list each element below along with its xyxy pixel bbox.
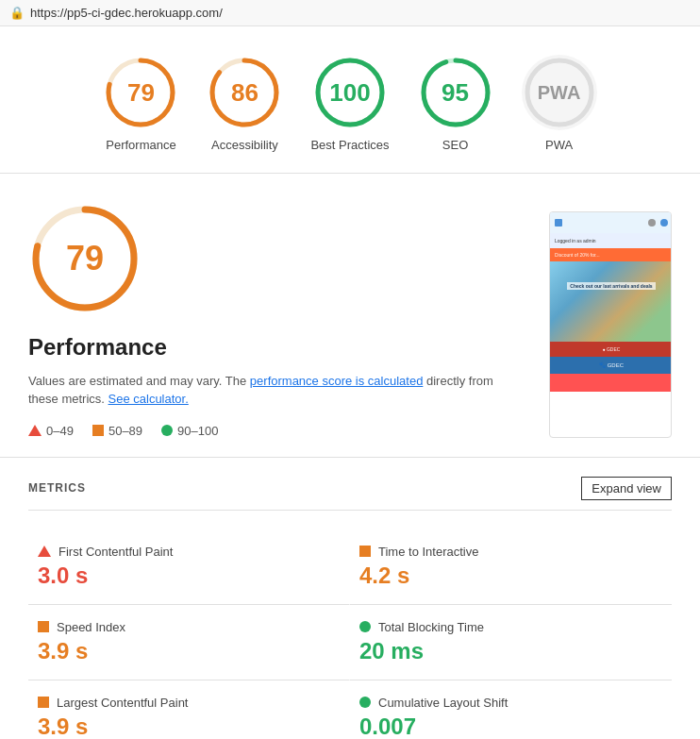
metric-name-cls: Cumulative Layout Shift: [378, 696, 508, 710]
ring-svg-best-practices: [312, 55, 388, 130]
metric-item-lcp: Largest Contentful Paint 3.9 s: [28, 680, 350, 739]
metric-item-cls: Cumulative Layout Shift 0.007: [350, 680, 672, 739]
metric-icon-cls: [359, 697, 371, 708]
score-item-performance[interactable]: 79 Performance: [103, 55, 178, 154]
svg-point-5: [318, 60, 382, 125]
score-circle-performance: 79: [103, 55, 178, 130]
metric-icon-si: [38, 621, 49, 632]
preview-cart-icon: [660, 219, 668, 227]
metric-name-tti: Time to Interactive: [378, 545, 478, 559]
metric-item-si: Speed Index 3.9 s: [28, 605, 350, 680]
preview-red-text: ● GDEC: [603, 346, 621, 352]
metric-value-lcp: 3.9 s: [38, 714, 340, 739]
preview-menu-icon: [555, 219, 562, 227]
preview-red-bar: ● GDEC: [550, 342, 672, 357]
perf-title: Performance: [28, 334, 511, 361]
legend-dot-icon: [161, 425, 173, 436]
metric-value-si: 3.9 s: [38, 638, 340, 664]
metrics-section: METRICS Expand view First Contentful Pai…: [0, 458, 700, 739]
url-text: https://pp5-ci-gdec.herokuapp.com/: [30, 6, 223, 20]
perf-circle-large: 79: [28, 202, 142, 315]
metric-name-tbt: Total Blocking Time: [378, 620, 484, 634]
preview-user-icon: [648, 219, 656, 227]
perf-details: 79 Performance Values are estimated and …: [28, 202, 511, 438]
legend-triangle-icon: [28, 425, 42, 436]
svg-point-7: [424, 60, 488, 125]
perf-description: Values are estimated and may vary. The p…: [28, 372, 511, 409]
lock-icon: 🔒: [9, 6, 25, 20]
legend-item-pass: 90–100: [161, 424, 218, 438]
score-circle-accessibility: 86: [207, 55, 282, 130]
metric-value-tti: 4.2 s: [359, 563, 662, 589]
metric-header-fcp: First Contentful Paint: [38, 545, 340, 559]
address-bar: 🔒 https://pp5-ci-gdec.herokuapp.com/: [0, 0, 700, 26]
metric-item-fcp: First Contentful Paint 3.0 s: [28, 529, 350, 605]
preview-discount-bar: Discount of 20% for...: [550, 248, 672, 261]
score-circle-pwa: PWA: [522, 55, 597, 130]
metric-name-lcp: Largest Contentful Paint: [57, 696, 188, 710]
metric-name-fcp: First Contentful Paint: [58, 545, 173, 559]
preview-overlay-text: Check out our last arrivals and deals: [555, 276, 668, 291]
score-circle-seo: 95: [418, 55, 493, 130]
preview-blue-bar: 🐾 GDEC: [550, 357, 672, 374]
score-label-seo: SEO: [442, 138, 468, 154]
metric-header-lcp: Largest Contentful Paint: [38, 696, 340, 710]
preview-discount-text: Discount of 20% for...: [555, 252, 600, 258]
perf-link-2[interactable]: See calculator.: [108, 392, 189, 406]
ring-svg-accessibility: [207, 55, 282, 130]
preview-screenshot: Logged in as admin Discount of 20% for..…: [549, 211, 672, 438]
legend-square-icon: [92, 425, 104, 436]
score-item-seo[interactable]: 95 SEO: [418, 55, 493, 154]
ring-svg-seo: [418, 55, 493, 130]
legend-range-3: 90–100: [177, 424, 218, 438]
preview-nav-bar: [550, 212, 672, 233]
scores-section: 79 Performance 86 Accessibility 100 Best…: [0, 26, 700, 174]
metric-icon-fcp: [38, 546, 51, 557]
metric-header-tti: Time to Interactive: [359, 545, 662, 559]
legend-range-1: 0–49: [46, 424, 74, 438]
metric-item-tti: Time to Interactive 4.2 s: [350, 529, 672, 605]
svg-point-8: [527, 60, 592, 125]
metric-header-tbt: Total Blocking Time: [359, 620, 662, 634]
preview-image: Logged in as admin Discount of 20% for..…: [550, 212, 672, 392]
score-item-pwa[interactable]: PWA PWA: [522, 55, 597, 154]
score-item-accessibility[interactable]: 86 Accessibility: [207, 55, 282, 154]
perf-desc-text: Values are estimated and may vary. The: [28, 374, 250, 388]
metric-header-cls: Cumulative Layout Shift: [359, 696, 662, 710]
score-item-best-practices[interactable]: 100 Best Practices: [310, 55, 389, 154]
metric-value-tbt: 20 ms: [359, 638, 662, 664]
metric-header-si: Speed Index: [38, 620, 340, 634]
preview-admin-text: Logged in as admin: [555, 238, 596, 244]
metric-icon-lcp: [38, 697, 49, 708]
legend-item-fail: 0–49: [28, 424, 74, 438]
score-circle-best-practices: 100: [312, 55, 388, 130]
large-ring-svg: [28, 202, 142, 315]
score-label-accessibility: Accessibility: [211, 138, 278, 154]
legend-item-average: 50–89: [92, 424, 142, 438]
metrics-grid: First Contentful Paint 3.0 s Time to Int…: [28, 529, 672, 739]
preview-gdec-text: 🐾 GDEC: [599, 361, 624, 368]
preview-map-area: Check out our last arrivals and deals: [550, 261, 672, 342]
score-label-best-practices: Best Practices: [310, 138, 389, 154]
score-label-performance: Performance: [106, 138, 175, 154]
legend-range-2: 50–89: [108, 424, 142, 438]
metric-name-si: Speed Index: [57, 620, 125, 634]
metric-icon-tbt: [359, 621, 371, 632]
metric-icon-tti: [359, 546, 371, 557]
metrics-header: METRICS Expand view: [28, 477, 672, 511]
preview-arrivals-text: Check out our last arrivals and deals: [567, 282, 655, 290]
preview-admin-bar: Logged in as admin: [550, 233, 672, 248]
ring-svg-pwa: [522, 55, 597, 130]
metrics-title: METRICS: [28, 481, 86, 495]
metric-value-cls: 0.007: [359, 714, 662, 739]
metric-item-tbt: Total Blocking Time 20 ms: [350, 605, 672, 680]
metric-value-fcp: 3.0 s: [38, 563, 340, 589]
expand-view-button[interactable]: Expand view: [581, 477, 672, 500]
ring-svg-performance: [103, 55, 178, 130]
perf-link-1[interactable]: performance score is calculated: [250, 374, 424, 388]
legend: 0–49 50–89 90–100: [28, 424, 511, 438]
score-label-pwa: PWA: [545, 138, 573, 154]
performance-detail-section: 79 Performance Values are estimated and …: [0, 174, 700, 457]
